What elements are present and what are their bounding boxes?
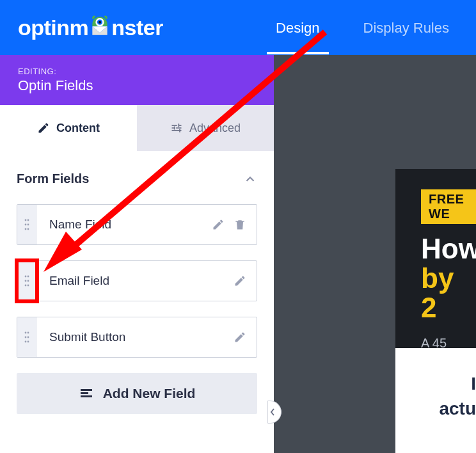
svg-point-7	[24, 228, 26, 230]
preview-white-line-1: I	[426, 371, 476, 396]
preview-pane: FREE WE How by 2 A 45 minu I actu	[274, 55, 476, 453]
drag-handle[interactable]	[17, 205, 36, 244]
preview-hero-card: FREE WE How by 2 A 45 minu	[395, 169, 476, 348]
preview-white-line-2: actu	[426, 396, 476, 421]
monster-icon	[87, 15, 113, 40]
panel-tabs: Content Advanced	[0, 105, 274, 151]
field-label: Submit Button	[36, 330, 234, 344]
drag-handle[interactable]	[17, 317, 36, 357]
svg-rect-23	[81, 395, 92, 397]
svg-point-5	[24, 224, 26, 226]
brand-prefix: optinm	[18, 15, 88, 40]
svg-point-15	[24, 332, 26, 334]
svg-point-6	[27, 224, 29, 226]
editing-title: Optin Fields	[18, 77, 93, 94]
tab-content-label: Content	[56, 122, 100, 135]
svg-point-12	[27, 280, 29, 282]
svg-point-14	[27, 285, 29, 287]
svg-point-20	[27, 341, 29, 343]
row-actions	[234, 331, 257, 344]
brand-suffix: nster	[111, 15, 163, 40]
pencil-icon	[37, 122, 50, 134]
svg-point-9	[24, 276, 26, 278]
svg-rect-21	[81, 389, 92, 391]
svg-point-18	[27, 337, 29, 338]
svg-point-2	[99, 21, 101, 24]
svg-rect-22	[81, 392, 88, 394]
svg-point-8	[27, 228, 29, 230]
preview-heading-1: How	[421, 234, 476, 264]
svg-point-3	[24, 219, 26, 221]
chevron-up-icon	[243, 172, 257, 186]
editing-text-block: EDITING: Optin Fields	[18, 67, 93, 94]
top-nav: optinm nster Design Display Rules	[0, 0, 476, 55]
fields-panel: Form Fields Name Field Email Field Submi…	[0, 151, 274, 414]
tab-advanced[interactable]: Advanced	[137, 105, 274, 151]
drag-handle-highlighted[interactable]	[17, 261, 36, 301]
preview-heading-2: by 2	[421, 264, 476, 322]
preview-subtext: A 45 minu	[421, 336, 476, 348]
field-row-name[interactable]: Name Field	[17, 204, 257, 245]
svg-point-13	[24, 285, 26, 287]
svg-point-11	[24, 280, 26, 282]
nav-display-rules[interactable]: Display Rules	[348, 2, 465, 53]
nav-design[interactable]: Design	[260, 2, 335, 53]
field-label: Email Field	[36, 274, 234, 288]
preview-white-card: I actu	[395, 348, 476, 453]
field-label: Name Field	[36, 218, 212, 232]
tab-advanced-label: Advanced	[189, 122, 241, 135]
add-field-icon	[79, 386, 94, 401]
field-row-submit[interactable]: Submit Button	[17, 317, 257, 358]
preview-badge: FREE WE	[421, 189, 476, 224]
svg-point-16	[27, 332, 29, 334]
field-row-email[interactable]: Email Field	[17, 260, 257, 301]
row-actions	[212, 218, 257, 231]
edit-icon[interactable]	[234, 331, 246, 344]
section-header[interactable]: Form Fields	[17, 171, 257, 186]
svg-point-4	[27, 219, 29, 221]
edit-icon[interactable]	[234, 274, 246, 287]
edit-icon[interactable]	[212, 218, 225, 231]
section-title: Form Fields	[17, 171, 89, 186]
add-field-label: Add New Field	[103, 386, 196, 401]
svg-point-10	[27, 276, 29, 278]
preview-collapse-handle[interactable]	[267, 401, 282, 424]
add-field-button[interactable]: Add New Field	[17, 373, 257, 414]
brand-logo: optinm nster	[18, 15, 163, 40]
top-nav-tabs: Design Display Rules	[260, 2, 464, 53]
sliders-icon	[170, 122, 183, 134]
editing-label: EDITING:	[18, 67, 93, 76]
trash-icon[interactable]	[234, 218, 246, 231]
svg-point-17	[24, 337, 26, 338]
row-actions	[234, 274, 257, 287]
tab-content[interactable]: Content	[0, 105, 137, 151]
svg-point-19	[24, 341, 26, 343]
